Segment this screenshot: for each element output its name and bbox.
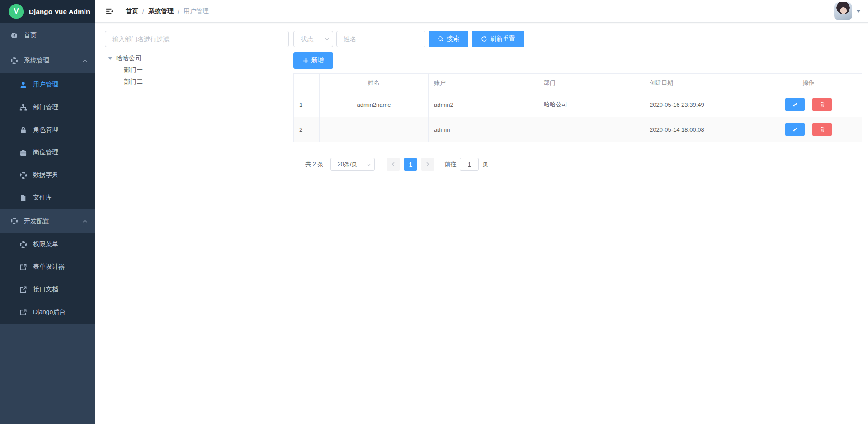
plus-icon [303,58,309,64]
name-filter-input[interactable] [336,31,425,47]
chevron-up-icon [82,58,88,63]
tree-expand-icon[interactable] [108,57,113,60]
sidebar-item-dept-mgmt[interactable]: 部门管理 [0,96,95,119]
cell-created: 2020-05-16 23:39:49 [644,92,755,117]
tree-node-child[interactable]: 部门二 [105,76,289,88]
toolbar: 新增 [293,52,862,69]
current-page[interactable]: 1 [404,158,417,171]
sidebar-item-form-designer[interactable]: 表单设计器 [0,256,95,278]
tree-node-child[interactable]: 部门一 [105,64,289,76]
chevron-up-icon [82,219,88,224]
col-index [294,74,320,92]
edit-icon [792,126,798,133]
cell-actions [755,117,862,142]
sidebar-item-label: Django后台 [33,308,66,316]
edit-button[interactable] [785,123,805,136]
chevron-right-icon [425,162,430,167]
sidebar-item-django-admin[interactable]: Django后台 [0,301,95,324]
sidebar-section-label: 系统管理 [24,57,49,65]
user-icon [19,81,27,89]
sidebar-item-post-mgmt[interactable]: 岗位管理 [0,141,95,164]
delete-button[interactable] [812,123,832,136]
sidebar-item-label: 首页 [24,31,37,39]
sidebar-section-label: 开发配置 [24,217,49,225]
col-created: 创建日期 [644,74,755,92]
sidebar-item-role-mgmt[interactable]: 角色管理 [0,119,95,141]
breadcrumb-current: 用户管理 [184,7,209,15]
table-row: 1 admin2name admin2 哈哈公司 2020-05-16 23:3… [294,92,862,117]
cell-index: 2 [294,117,320,142]
prev-page-button[interactable] [387,158,400,171]
dashboard-icon [10,32,18,39]
sidebar-item-home[interactable]: 首页 [0,23,95,48]
external-link-icon [19,286,27,294]
page-content: 哈哈公司 部门一 部门二 搜索 [95,23,868,171]
sidebar-section-system[interactable]: 系统管理 [0,48,95,73]
search-button[interactable]: 搜索 [429,31,468,47]
col-dept: 部门 [538,74,644,92]
refresh-reset-button[interactable]: 刷新重置 [472,31,524,47]
breadcrumb-system[interactable]: 系统管理 [148,7,174,15]
status-select[interactable] [293,31,333,47]
user-table: 姓名 账户 部门 创建日期 操作 1 admin2name admin2 哈哈公… [293,73,862,142]
goto-label: 前往 [444,160,456,168]
dept-tree-panel: 哈哈公司 部门一 部门二 [105,31,289,171]
component-icon [10,57,18,65]
sidebar-item-user-mgmt[interactable]: 用户管理 [0,73,95,96]
sidebar-item-label: 表单设计器 [33,263,65,271]
sidebar-item-label: 用户管理 [33,81,58,89]
cell-account: admin [429,117,538,142]
next-page-button[interactable] [421,158,434,171]
document-icon [19,194,27,202]
tree-node-label: 部门一 [124,66,143,74]
user-menu[interactable] [834,2,861,20]
submenu-system: 用户管理 部门管理 角色管理 岗位管理 数据字典 文件库 [0,73,95,209]
sidebar-item-data-dict[interactable]: 数据字典 [0,164,95,186]
trash-icon [819,126,826,133]
cell-actions [755,92,862,117]
breadcrumb-home[interactable]: 首页 [126,7,138,15]
briefcase-icon [19,149,27,157]
cell-index: 1 [294,92,320,117]
sidebar-section-dev-config[interactable]: 开发配置 [0,209,95,233]
breadcrumb: 首页 / 系统管理 / 用户管理 [126,7,209,15]
caret-down-icon [856,10,861,13]
edit-button[interactable] [785,98,805,111]
sidebar-menu: 首页 系统管理 用户管理 部门管理 角色管理 岗位管理 [0,23,95,324]
user-list-panel: 搜索 刷新重置 新增 [292,31,862,171]
tree-node-root[interactable]: 哈哈公司 [105,52,289,64]
dept-tree: 哈哈公司 部门一 部门二 [105,52,289,88]
sidebar-item-label: 权限菜单 [33,240,58,248]
sidebar-item-label: 角色管理 [33,126,58,134]
permission-icon [19,241,27,248]
pagination: 共 2 条 20条/页 1 前往 页 [293,158,862,171]
chevron-down-icon [325,37,330,42]
app-title: Django Vue Admin [29,8,90,15]
total-count: 共 2 条 [305,160,323,168]
sidebar-item-label: 部门管理 [33,103,58,111]
sidebar-item-label: 数据字典 [33,171,58,179]
edit-icon [792,101,798,108]
sidebar-item-file-lib[interactable]: 文件库 [0,186,95,209]
org-tree-icon [19,104,27,111]
cell-name [320,117,429,142]
col-account: 账户 [429,74,538,92]
sidebar-item-permission-menu[interactable]: 权限菜单 [0,233,95,256]
dept-filter-input[interactable] [105,31,289,47]
config-icon [10,217,18,225]
page-size-select[interactable]: 20条/页 [330,158,375,171]
hamburger-icon[interactable] [105,7,115,15]
add-button[interactable]: 新增 [293,52,333,69]
avatar[interactable] [834,2,852,20]
table-header-row: 姓名 账户 部门 创建日期 操作 [294,74,862,92]
delete-button[interactable] [812,98,832,111]
lock-icon [19,126,27,134]
add-button-label: 新增 [311,57,324,65]
search-icon [438,36,444,42]
goto-page: 前往 页 [444,158,488,171]
chevron-down-icon [367,162,371,167]
goto-page-input[interactable] [460,158,479,171]
sidebar: V Django Vue Admin 首页 系统管理 用户管理 部门管理 角色管… [0,0,95,424]
sidebar-item-label: 岗位管理 [33,148,58,157]
sidebar-item-api-docs[interactable]: 接口文档 [0,278,95,301]
